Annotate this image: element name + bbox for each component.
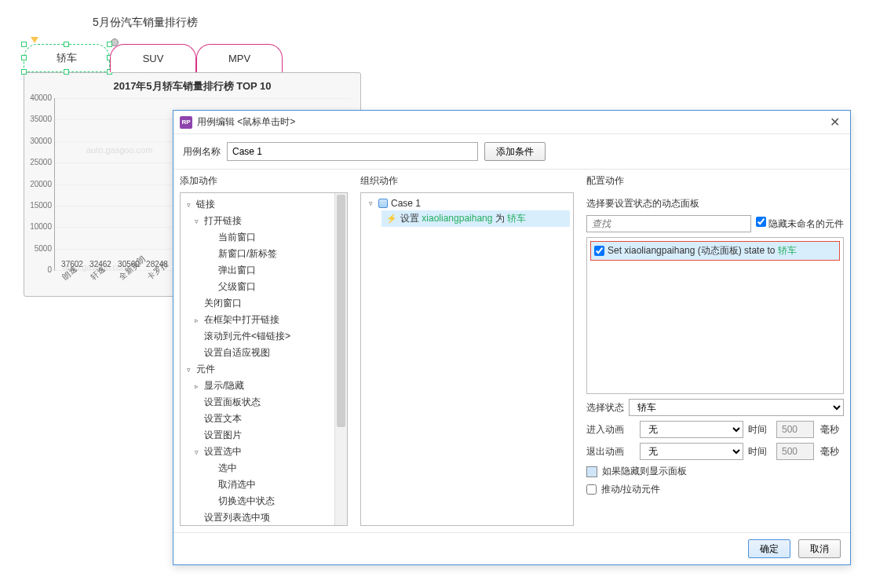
search-input[interactable] bbox=[586, 215, 751, 232]
action-tree-item[interactable]: ▹在框架中打开链接 bbox=[181, 312, 347, 328]
panel-list-item[interactable]: Set xiaoliangpaihang (动态面板) state to 轿车 bbox=[590, 241, 840, 261]
case-editor-dialog: RP 用例编辑 <鼠标单击时> ✕ 用例名称 添加条件 添加动作 ▿链接▿打开链… bbox=[173, 110, 851, 565]
panel-item-checkbox[interactable] bbox=[594, 246, 604, 256]
tab-label: 轿车 bbox=[57, 51, 77, 65]
tree-item-label: 设置图片 bbox=[204, 429, 242, 442]
caret-icon: ▿ bbox=[187, 201, 193, 209]
resize-handle[interactable] bbox=[64, 42, 69, 47]
tree-item-label: 滚动到元件<锚链接> bbox=[204, 330, 290, 343]
time-label: 时间 bbox=[748, 423, 772, 436]
action-tree-item[interactable]: 父级窗口 bbox=[181, 279, 347, 295]
app-icon: RP bbox=[180, 116, 192, 129]
cancel-button[interactable]: 取消 bbox=[798, 539, 841, 558]
ok-button[interactable]: 确定 bbox=[748, 539, 790, 558]
caret-icon: ▿ bbox=[369, 199, 375, 207]
tree-item-label: 在框架中打开链接 bbox=[204, 313, 279, 327]
configure-select-label: 选择要设置状态的动态面板 bbox=[580, 197, 850, 210]
panel-list[interactable]: Set xiaoliangpaihang (动态面板) state to 轿车 bbox=[586, 237, 844, 394]
action-tree-item[interactable]: ▿打开链接 bbox=[181, 213, 347, 229]
y-tick-label: 20000 bbox=[27, 180, 52, 188]
tree-item-label: 设置列表选中项 bbox=[204, 511, 270, 524]
column-header-organize: 组织动作 bbox=[354, 170, 580, 192]
resize-handle[interactable] bbox=[21, 55, 27, 60]
tree-item-label: 选中 bbox=[218, 462, 237, 475]
action-node[interactable]: ⚡ 设置 xiaoliangpaihang 为 轿车 bbox=[381, 210, 570, 227]
lightning-icon: ⚡ bbox=[386, 214, 397, 224]
time-unit: 毫秒 bbox=[820, 445, 844, 458]
y-tick-label: 40000 bbox=[27, 93, 52, 102]
state-select[interactable]: 轿车 bbox=[629, 399, 844, 416]
anim-out-time[interactable] bbox=[776, 443, 814, 460]
resize-handle[interactable] bbox=[107, 42, 112, 47]
y-tick-label: 5000 bbox=[27, 244, 52, 253]
panel-item-text: Set xiaoliangpaihang (动态面板) state to 轿车 bbox=[608, 244, 797, 257]
tree-item-label: 取消选中 bbox=[218, 478, 256, 491]
color-swatch-icon[interactable] bbox=[586, 466, 597, 477]
interaction-flag-icon bbox=[31, 37, 38, 45]
anim-in-select[interactable]: 无 bbox=[640, 421, 743, 438]
tab-sedan[interactable]: 轿车 bbox=[24, 44, 110, 72]
tree-item-label: 设置面板状态 bbox=[204, 396, 261, 409]
action-tree-item[interactable]: 设置文本 bbox=[181, 411, 347, 427]
anim-out-label: 退出动画 bbox=[586, 445, 635, 458]
caret-icon: ▹ bbox=[195, 316, 201, 324]
action-tree-item[interactable]: 当前窗口 bbox=[181, 229, 347, 246]
case-name-label: 用例名称 bbox=[183, 145, 221, 159]
hide-unnamed-input[interactable] bbox=[756, 217, 766, 227]
action-tree-item[interactable]: 选中 bbox=[181, 460, 347, 477]
push-pull-checkbox[interactable] bbox=[586, 484, 597, 495]
action-tree-item[interactable]: ▿链接 bbox=[181, 196, 347, 213]
anim-in-time[interactable] bbox=[776, 421, 814, 438]
hide-unnamed-checkbox[interactable]: 隐藏未命名的元件 bbox=[756, 217, 844, 231]
tree-item-label: 设置选中 bbox=[204, 445, 242, 458]
action-tree-item[interactable]: 新窗口/新标签 bbox=[181, 246, 347, 262]
action-tree-item[interactable]: ▿设置选中 bbox=[181, 444, 347, 460]
tree-item-label: 链接 bbox=[196, 198, 215, 211]
anim-in-label: 进入动画 bbox=[586, 423, 635, 436]
dialog-titlebar[interactable]: RP 用例编辑 <鼠标单击时> ✕ bbox=[173, 111, 850, 134]
tree-item-label: 父级窗口 bbox=[218, 280, 256, 294]
scrollbar-thumb[interactable] bbox=[337, 195, 345, 427]
action-tree-item[interactable]: 弹出窗口 bbox=[181, 262, 347, 279]
tree-item-label: 显示/隐藏 bbox=[204, 379, 244, 393]
resize-handle[interactable] bbox=[64, 69, 69, 75]
action-tree-item[interactable]: 关闭窗口 bbox=[181, 295, 347, 312]
caret-icon: ▿ bbox=[187, 366, 193, 374]
action-tree-item[interactable]: ▿元件 bbox=[181, 361, 347, 378]
action-tree-item[interactable]: 取消选中 bbox=[181, 477, 347, 493]
tab-mpv[interactable]: MPV bbox=[196, 44, 283, 72]
action-tree-item[interactable]: 设置自适应视图 bbox=[181, 345, 347, 361]
tabs-row: 轿车 SUV MPV bbox=[24, 44, 361, 72]
close-icon[interactable]: ✕ bbox=[825, 113, 844, 132]
resize-handle[interactable] bbox=[21, 69, 27, 75]
tab-suv[interactable]: SUV bbox=[110, 44, 196, 72]
tab-label: MPV bbox=[228, 53, 250, 64]
caret-icon: ▹ bbox=[195, 382, 201, 390]
case-node[interactable]: ▿ Case 1 bbox=[364, 196, 570, 210]
action-tree-item[interactable]: 设置列表选中项 bbox=[181, 509, 347, 526]
state-label: 选择状态 bbox=[586, 401, 624, 415]
tab-label: SUV bbox=[143, 53, 164, 64]
organize-tree[interactable]: ▿ Case 1 ⚡ 设置 xiaoliangpaihang 为 轿车 bbox=[360, 192, 574, 526]
show-if-hidden-label: 如果隐藏则显示面板 bbox=[602, 465, 687, 478]
case-name-input[interactable] bbox=[227, 142, 478, 161]
tree-item-label: 新窗口/新标签 bbox=[218, 247, 277, 261]
add-condition-button[interactable]: 添加条件 bbox=[484, 142, 546, 161]
action-tree-item[interactable]: 滚动到元件<锚链接> bbox=[181, 328, 347, 345]
column-header-add-action: 添加动作 bbox=[173, 170, 354, 192]
tree-item-label: 关闭窗口 bbox=[204, 297, 242, 310]
y-tick-label: 30000 bbox=[27, 137, 52, 145]
action-tree-item[interactable]: ▹显示/隐藏 bbox=[181, 378, 347, 394]
resize-handle[interactable] bbox=[21, 42, 27, 47]
chart-title: 2017年5月轿车销量排行榜 TOP 10 bbox=[24, 79, 360, 93]
action-tree[interactable]: ▿链接▿打开链接当前窗口新窗口/新标签弹出窗口父级窗口关闭窗口▹在框架中打开链接… bbox=[180, 192, 348, 526]
action-tree-item[interactable]: 设置图片 bbox=[181, 427, 347, 444]
tree-item-label: 切换选中状态 bbox=[218, 495, 275, 508]
action-text: 设置 xiaoliangpaihang 为 轿车 bbox=[400, 212, 526, 225]
scrollbar[interactable] bbox=[334, 193, 347, 525]
anim-out-select[interactable]: 无 bbox=[640, 443, 743, 460]
action-tree-item[interactable]: 设置面板状态 bbox=[181, 394, 347, 411]
action-tree-item[interactable]: 切换选中状态 bbox=[181, 493, 347, 509]
tree-item-label: 当前窗口 bbox=[218, 231, 256, 244]
column-header-configure: 配置动作 bbox=[580, 170, 850, 192]
